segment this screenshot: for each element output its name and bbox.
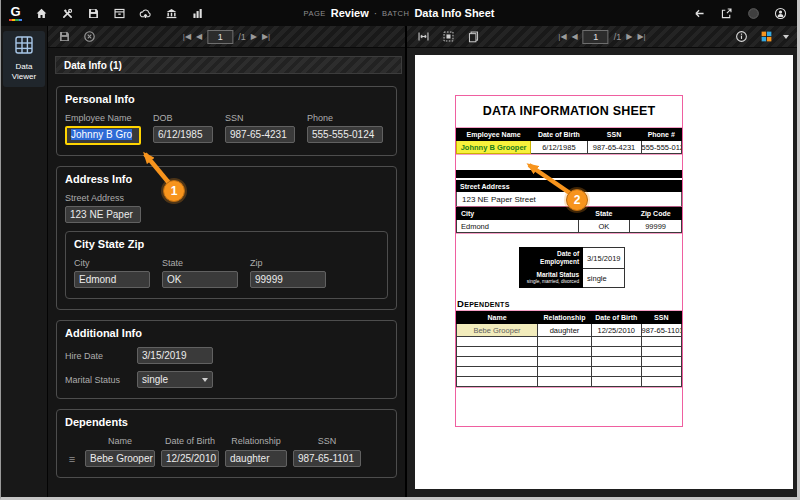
data-form-panel: |◀ ◀ /1 ▶ ▶| Data Info (1) Personal Info (48, 26, 407, 497)
section-title: Dependents (65, 416, 388, 428)
doc-cell: 6/12/1985 (531, 141, 587, 154)
field-label: Hire Date (65, 351, 137, 361)
field-phone: Phone 555-555-0124 (307, 113, 383, 145)
record-header-title: Data Info (1) (64, 60, 122, 71)
save-icon[interactable] (85, 5, 102, 22)
doc-marital-label: Marital Status (536, 271, 579, 278)
column-header-dob: Date of Birth (161, 436, 219, 446)
field-zip: Zip 99999 (250, 258, 326, 288)
bank-icon[interactable] (163, 5, 180, 22)
section-additional-info: Additional Info Hire Date 3/15/2019 Mari… (56, 320, 397, 399)
doc-col-header: Zip Code (630, 208, 682, 220)
field-label: Phone (307, 113, 383, 123)
doc-empty-row (457, 377, 682, 387)
doc-dependents-table: Name Relationship Date of Birth SSN Bebe… (456, 311, 682, 387)
document-title: DATA INFORMATION SHEET (456, 96, 682, 128)
doc-label-cell: Date of Employment (520, 248, 583, 269)
viewer-toolbar-right (733, 28, 789, 45)
next-page-button[interactable]: ▶ (626, 27, 632, 47)
dependent-ssn-input[interactable]: 987-65-1101 (293, 450, 361, 467)
doc-table-data-row: Bebe Grooper daughter 12/25/2010 987-65-… (457, 324, 682, 337)
section-title: Additional Info (65, 327, 388, 339)
doc-table-data-row: Marital Status single, married, divorced… (520, 269, 625, 288)
selected-option: single (142, 372, 168, 387)
app-logo: G (9, 5, 22, 22)
field-label: Zip (250, 258, 326, 268)
doc-empty-row (457, 357, 682, 367)
employee-name-input[interactable]: Johnny B Gro (65, 126, 141, 145)
doc-col-header: City (457, 208, 579, 220)
chevron-down-icon[interactable] (783, 35, 789, 39)
field-city: City Edmond (74, 258, 150, 288)
drag-handle[interactable]: ≡ (65, 453, 79, 465)
doc-col-header: Relationship (538, 312, 592, 324)
first-page-button[interactable]: |◀ (558, 27, 566, 47)
marquee-zoom-icon[interactable] (440, 28, 457, 45)
topbar-right-icons (691, 0, 789, 26)
chart-icon[interactable] (189, 5, 206, 22)
export-icon[interactable] (718, 5, 735, 22)
viewer-page-total: /1 (614, 32, 622, 42)
dob-input[interactable]: 6/12/1985 (153, 126, 213, 143)
field-ssn: SSN 987-65-4231 (225, 113, 295, 145)
pages-icon[interactable] (465, 28, 482, 45)
doc-col-header: SSN (587, 129, 641, 141)
database-icon[interactable] (111, 5, 128, 22)
doc-empty-row (457, 337, 682, 347)
column-header-name: Name (85, 436, 155, 446)
fit-width-icon[interactable] (415, 28, 432, 45)
cancel-circle-icon[interactable] (81, 28, 98, 45)
zip-input[interactable]: 99999 (250, 271, 326, 288)
page-value: Review (331, 7, 369, 19)
viewer-pager: |◀ ◀ /1 ▶ ▶| (558, 27, 645, 47)
doc-col-header: Phone # (641, 129, 682, 141)
save-record-icon[interactable] (56, 28, 73, 45)
prev-page-button[interactable]: ◀ (196, 27, 202, 47)
hire-date-input[interactable]: 3/15/2019 (137, 347, 213, 364)
topbar: G PAGE Review · BATCH Data Info Sheet (1, 0, 797, 26)
doc-empty-row (457, 347, 682, 357)
tools-icon[interactable] (59, 5, 76, 22)
ssn-input[interactable]: 987-65-4231 (225, 126, 295, 143)
dependent-name-input[interactable]: Bebe Grooper (85, 450, 155, 467)
viewer-page-input[interactable] (583, 30, 609, 44)
back-arrow-icon[interactable] (691, 5, 708, 22)
last-page-button[interactable]: ▶| (637, 27, 645, 47)
highlighted-employee-name-cell[interactable]: Johnny B Grooper (457, 141, 531, 154)
dependent-dob-input[interactable]: 12/25/2010 (161, 450, 219, 467)
logo-color-bar (9, 19, 22, 22)
doc-street-address-value: 123 NE Paper Street (456, 192, 682, 207)
doc-cell: 12/25/2010 (592, 324, 642, 337)
prev-page-button[interactable]: ◀ (572, 27, 578, 47)
form-toolbar: |◀ ◀ /1 ▶ ▶| (48, 26, 405, 48)
doc-employment-table: Date of Employment 3/15/2019 Marital Sta… (519, 247, 625, 288)
home-icon[interactable] (33, 5, 50, 22)
doc-cell: 555-555-0124 (641, 141, 682, 154)
marital-status-select[interactable]: single (137, 371, 213, 388)
person-icon[interactable] (772, 5, 789, 22)
form-page-input[interactable] (207, 30, 233, 44)
next-page-button[interactable]: ▶ (251, 27, 257, 47)
state-input[interactable]: OK (162, 271, 238, 288)
field-dob: DOB 6/12/1985 (153, 113, 213, 145)
field-marital-status: Marital Status single (65, 371, 388, 388)
first-page-button[interactable]: |◀ (183, 27, 191, 47)
viewer-toolbar: |◀ ◀ /1 ▶ ▶| (407, 26, 797, 48)
layout-color-icon[interactable] (758, 28, 775, 45)
status-circle-icon[interactable] (745, 5, 762, 22)
section-title: Address Info (65, 173, 388, 185)
info-icon[interactable] (733, 28, 750, 45)
doc-label-cell: Marital Status single, married, divorced (520, 269, 583, 288)
phone-input[interactable]: 555-555-0124 (307, 126, 383, 143)
street-address-input[interactable]: 123 NE Paper (65, 206, 141, 223)
dependent-relationship-input[interactable]: daughter (225, 450, 287, 467)
city-input[interactable]: Edmond (74, 271, 150, 288)
doc-col-header: State (578, 208, 630, 220)
cloud-upload-icon[interactable] (137, 5, 154, 22)
batch-label: BATCH (382, 9, 409, 18)
highlighted-dependent-name-cell[interactable]: Bebe Grooper (457, 324, 538, 337)
last-page-button[interactable]: ▶| (262, 27, 270, 47)
document-zone: DATA INFORMATION SHEET Employee Name Dat… (455, 95, 683, 427)
sidebar-item-data-viewer[interactable]: Data Viewer (3, 31, 45, 87)
page-label: PAGE (303, 9, 325, 18)
